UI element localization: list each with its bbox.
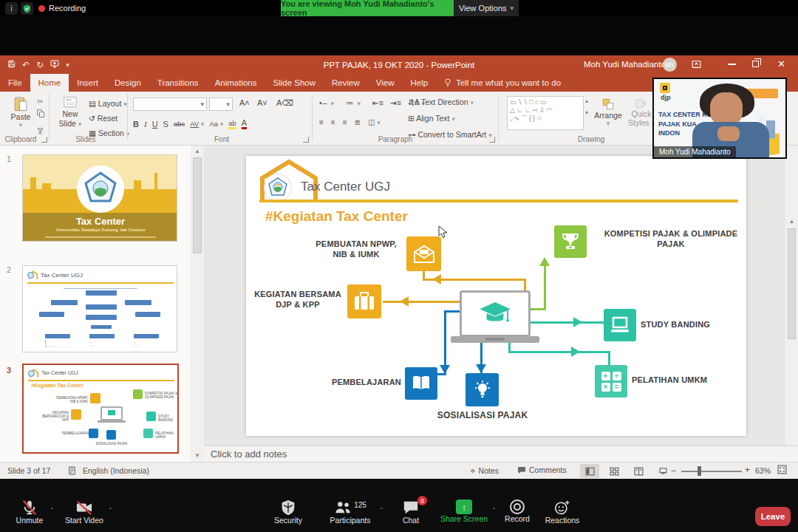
unmute-button[interactable]: Unmute [10,499,49,525]
trophy-shape[interactable] [554,225,587,258]
slide-thumbnail-1[interactable]: Tax Center Universitas Swadaya Gunung Ja… [22,154,177,242]
ribbon-display-options-icon[interactable] [692,60,701,70]
bold-button[interactable]: B [133,120,139,129]
avatar[interactable]: MY [663,58,677,72]
notes-pane[interactable]: Click to add notes [204,446,798,462]
slideshow-view-button[interactable] [653,464,672,478]
university-logo[interactable] [264,174,292,202]
language-indicator[interactable]: English (Indonesia) [83,466,149,475]
tab-slideshow[interactable]: Slide Show [265,74,324,92]
slide-thumbnail-2[interactable]: Tax Center UGJ – –– – – –– – – –– – [22,265,177,352]
slide-subtitle[interactable]: #Kegiatan Tax Center [265,208,408,225]
view-options-button[interactable]: View Options▾ [454,0,519,16]
restore-button[interactable] [752,61,759,67]
scrollbar-thumb[interactable] [788,228,796,339]
text-shadow-button[interactable]: S [163,120,168,129]
scrollbar-thumb[interactable] [193,157,202,253]
grow-font-button[interactable]: A˄ [239,98,250,107]
calculator-shape[interactable]: + ÷ × = [595,365,627,398]
tab-help[interactable]: Help [403,74,437,92]
label-kegiatan[interactable]: KEGIATAN BERSAMA DJP & KPP [252,289,344,310]
audio-options-chevron-icon[interactable]: ˄ [50,507,54,514]
tab-insert[interactable]: Insert [69,74,106,92]
quick-styles-button[interactable]: Quick Styles ▾ [627,98,656,127]
reset-button[interactable]: ↺ Reset [89,114,117,123]
scroll-up-icon[interactable]: ▲ [785,218,798,225]
character-spacing-button[interactable]: AV ▾ [190,120,204,128]
minimize-button[interactable] [728,64,736,65]
tab-view[interactable]: View [368,74,403,92]
label-pelatihan[interactable]: PELATIHAN UMKM [632,375,735,385]
laptop-shape[interactable] [460,290,531,337]
text-direction-button[interactable]: ⇵A Text Direction ▾ [408,98,474,106]
font-name-combo[interactable]: ▾ [133,98,207,111]
copy-icon[interactable] [37,109,44,117]
align-text-button[interactable]: ⊞ Align Text ▾ [408,114,455,123]
label-study[interactable]: STUDY BANDING [641,319,744,330]
label-npwp[interactable]: PEMBUATAN NPWP, NIB & IUMK [310,239,403,260]
shrink-font-button[interactable]: A˅ [257,98,267,107]
slide-thumbnail-3[interactable]: Tax Center UGJ #Kegiatan Tax Center PEMB… [22,364,179,454]
lightbulb-shape[interactable] [466,373,499,406]
align-right-button[interactable]: ≡ [343,118,347,126]
bullets-button[interactable]: •– ▾ [319,98,335,107]
clipboard-dialog-launcher[interactable] [41,137,47,143]
increase-indent-button[interactable]: ⇥≡ [390,98,401,107]
zoom-slider-thumb[interactable] [698,466,701,476]
slide-number-indicator[interactable]: Slide 3 of 17 [7,466,50,475]
thumbnail-scrollbar[interactable]: ▲ ▼ [191,146,204,462]
chat-button[interactable]: Chat 8 [393,499,429,525]
participant-video-tile[interactable]: djp TAX CENTER KUA PAJAK KUA INDON Moh Y… [652,78,787,159]
font-size-combo[interactable]: ▾ [209,98,233,111]
slide-title[interactable]: Tax Center UGJ [301,180,390,194]
paste-button[interactable]: Paste▾ [6,96,35,129]
participants-chevron-icon[interactable]: ˄ [380,507,383,514]
tab-transitions[interactable]: Transitions [149,74,207,92]
strikethrough-button[interactable]: abc [174,120,185,128]
share-screen-button[interactable]: ↑ Share Screen [437,499,491,523]
label-sosialisasi[interactable]: SOSIALISASI PAJAK [431,410,534,422]
shapes-gallery[interactable]: ▭∖∖□○▭△∟∟⇨⇩◠◞∿⌒{}☆ [507,96,584,130]
new-slide-button[interactable]: New Slide ▾ [55,96,86,128]
arrange-button[interactable]: Arrange▾ [591,98,625,127]
reading-view-button[interactable] [629,464,648,478]
envelope-shape[interactable] [406,236,441,271]
meeting-info-icon[interactable]: i [5,2,18,15]
justify-button[interactable]: ≣ [355,118,361,126]
notes-toggle-button[interactable]: ≑Notes [470,466,499,475]
zoom-slider-track[interactable] [681,471,742,472]
record-button[interactable]: Record [497,499,538,523]
font-color-button[interactable]: A [242,118,247,129]
tell-me-box[interactable]: Tell me what you want to do [436,74,569,92]
scroll-down-icon[interactable]: ▼ [191,452,204,459]
reactions-button[interactable]: Reactions [539,499,585,525]
study-laptop-shape[interactable] [604,309,636,341]
tab-review[interactable]: Review [324,74,368,92]
shapes-scroll-up-icon[interactable]: ▴ [585,98,588,104]
comments-toggle-button[interactable]: Comments [517,466,567,474]
briefcase-shape[interactable] [347,284,381,318]
align-left-button[interactable]: ≡ [319,118,324,126]
tab-animations[interactable]: Animations [207,74,265,92]
participants-button[interactable]: 125 Participants [325,499,375,525]
tab-file[interactable]: File [0,74,30,92]
tab-home[interactable]: Home [30,74,69,92]
book-shape[interactable] [405,367,437,400]
font-dialog-launcher[interactable] [303,137,309,143]
numbering-button[interactable]: ≔ ▾ [346,98,361,107]
current-slide-canvas[interactable]: Tax Center UGJ #Kegiatan Tax Center [246,156,746,436]
layout-button[interactable]: ▤ Layout ▾ [89,99,127,108]
slide-scrollbar[interactable]: ▲ [785,146,798,446]
normal-view-button[interactable] [580,464,599,478]
slide-sorter-view-button[interactable] [604,464,624,478]
cut-icon[interactable]: ✂ [37,98,43,106]
scroll-up-icon[interactable]: ▲ [191,148,204,154]
shapes-scroll-down-icon[interactable]: ▾ [585,109,588,116]
underline-button[interactable]: U [152,120,158,129]
start-video-button[interactable]: Start Video [62,499,106,525]
label-kompetisi[interactable]: KOMPETISI PAJAK & OLIMPIADE PAJAK [590,228,751,250]
security-button[interactable]: Security [267,499,309,525]
change-case-button[interactable]: Aa ▾ [209,120,223,128]
share-options-chevron-icon[interactable]: ˄ [492,507,496,514]
account-name[interactable]: Moh Yudi Mahadianto [584,60,666,69]
